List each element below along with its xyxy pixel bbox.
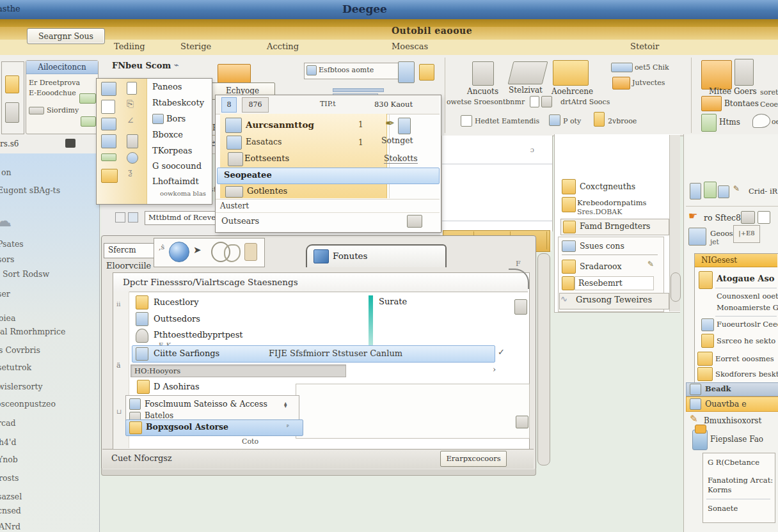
soret-label[interactable]: soret: [760, 88, 778, 97]
printer-icon[interactable]: [5, 102, 19, 123]
dialog-row-outtsedors[interactable]: Outtsedors: [154, 314, 200, 324]
oets-chik-label[interactable]: oet5 Chik: [635, 63, 669, 72]
srosont-label[interactable]: owetse Sroesontbnmr: [447, 98, 528, 106]
strip-icon-table[interactable]: [101, 118, 116, 130]
page-small-icon[interactable]: [530, 96, 539, 107]
subpanel-grid-icon[interactable]: [516, 416, 528, 428]
item-bmux[interactable]: Bmuxhisoxorst: [704, 416, 761, 425]
sidebar-item[interactable]: rosts: [0, 473, 19, 483]
dialog-side-icon[interactable]: [514, 299, 527, 315]
dialog-row-rucestlory[interactable]: Rucestlory: [154, 297, 199, 307]
nav-item-kreb[interactable]: Krebeodornpatims: [577, 198, 647, 207]
sidebar-item[interactable]: sazsel: [0, 492, 22, 501]
list-item-fuoeurtoslr[interactable]: Fuoeurtoslr Ceec: [717, 320, 778, 329]
jutvectes-label[interactable]: Jutvectes: [632, 79, 665, 87]
nav-item-ssues[interactable]: Ssues cons: [580, 241, 624, 251]
tab-accting[interactable]: Accting: [267, 42, 299, 51]
tab-stetoir[interactable]: Stetoir: [630, 42, 659, 51]
ancuots-label[interactable]: Ancuots: [467, 87, 498, 96]
selrow-label[interactable]: Ciitte Sarfiongs: [154, 348, 219, 358]
document-icon[interactable]: [398, 61, 415, 83]
dd-item-eottseents[interactable]: Eottseents: [244, 153, 289, 163]
list-item-eorret[interactable]: Eorret ooosmes: [715, 354, 774, 363]
arrow-icon[interactable]: ➤: [193, 244, 202, 256]
sfercm-box[interactable]: Sfercm: [104, 243, 155, 258]
stelzivat-icon[interactable]: [508, 61, 548, 84]
dialog-row-pthtoestted[interactable]: Pthtoesttedbyprtpest: [154, 330, 243, 340]
tab-moescas[interactable]: Moescas: [392, 42, 428, 51]
sidebar-item[interactable]: al Rmorhmprice: [0, 327, 65, 336]
hedtet-icon[interactable]: [461, 115, 472, 127]
dd-item-seopeatee[interactable]: Seopeatee: [224, 170, 272, 180]
btontaes-label[interactable]: Btontaes: [724, 99, 759, 108]
sidebar-item[interactable]: Eugont sBAg-ts: [0, 185, 60, 195]
stokotts-label[interactable]: Stokotts: [384, 153, 418, 164]
scroll-thumb[interactable]: [671, 272, 681, 302]
ceoett-label[interactable]: Ceoett: [760, 100, 778, 109]
dd-item-austert[interactable]: Austert: [220, 201, 249, 210]
strip-icon-z[interactable]: ∠: [127, 115, 134, 125]
footer-rcbetance[interactable]: G R(Cbetance: [708, 458, 759, 467]
clipboard-icon[interactable]: [701, 114, 717, 132]
open-folder-icon[interactable]: [218, 64, 251, 83]
list-item-monoamierste[interactable]: Monoamierste G: [717, 303, 778, 312]
menu-item-lhoftaimdt[interactable]: Lhoftaimdt: [152, 176, 199, 186]
strip-icon-cabinet[interactable]: [127, 134, 138, 148]
strip-icon-clip[interactable]: ⎘: [127, 98, 134, 109]
list-item-beadk[interactable]: Beadk: [705, 384, 731, 393]
sidebar-item[interactable]: cnsed: [0, 506, 21, 515]
list-item-skodforers[interactable]: Skodforers besktto: [715, 370, 778, 379]
ro-sftec-label[interactable]: ro Sftec8: [704, 213, 741, 223]
strip-icon-page[interactable]: [127, 82, 137, 95]
sidebar-item[interactable]: setutrok: [0, 363, 31, 372]
menu-item-bboxce[interactable]: Bboxce: [152, 130, 183, 139]
menu-item-bors[interactable]: Bors: [166, 114, 186, 123]
menu-item-gsoocound[interactable]: G soocound: [152, 161, 202, 171]
sidebar-item[interactable]: sors: [0, 254, 14, 264]
strip-icon-pie[interactable]: [127, 152, 138, 164]
sidebar-item[interactable]: Ynob: [0, 455, 18, 464]
strip-icon-docs[interactable]: [101, 100, 115, 114]
ribbon-item-siordimy[interactable]: Siordimy: [47, 106, 79, 114]
sidebar-item[interactable]: Psates: [0, 239, 24, 249]
nav-item-rese[interactable]: Resebemrt: [578, 278, 623, 288]
poty-label[interactable]: P oty: [563, 117, 581, 125]
dd-item-outsears[interactable]: Outsears: [221, 216, 259, 226]
sphere-icon[interactable]: [169, 242, 189, 262]
trash-icon[interactable]: [690, 183, 701, 199]
vbrooe-label[interactable]: 2vbrooe: [608, 117, 637, 125]
folder-icon[interactable]: [5, 75, 19, 93]
sidebar-item[interactable]: Sort Rodsw: [3, 269, 49, 279]
footer-sonaete[interactable]: Sonaete: [708, 504, 738, 513]
list-item-ouavtba[interactable]: Ouavtba e: [705, 399, 747, 409]
list-mini-icon[interactable]: [741, 211, 755, 224]
mitee-folder-icon[interactable]: [701, 60, 732, 90]
hedtet-label[interactable]: Hedtet Eamtendis: [475, 117, 539, 125]
tab-sterige[interactable]: Sterige: [180, 42, 211, 51]
dialog-input[interactable]: HO:Hooyors: [131, 364, 346, 377]
htms-label[interactable]: Htms: [719, 118, 740, 127]
sidebar-item[interactable]: s Covrbris: [0, 345, 40, 355]
sidebar-item[interactable]: osceonpustzeo: [0, 399, 56, 409]
menu-item-rtabeskcoty[interactable]: Rtabeskcoty: [152, 98, 204, 107]
nav-item-grus[interactable]: Grusong Teweires: [576, 295, 652, 304]
vertical-scrollbar[interactable]: [537, 253, 550, 465]
tab-tediing[interactable]: Tediing: [114, 42, 145, 51]
cell-876[interactable]: 876: [242, 97, 269, 113]
stelzivat-label[interactable]: Stelzivat: [509, 86, 543, 95]
list-item-ssrceo[interactable]: Ssrceo he sekto: [717, 336, 775, 345]
esfbtoos-box[interactable]: Esfbtoos aomte: [304, 63, 404, 79]
nav-item-srad[interactable]: Sradaroox: [580, 262, 622, 271]
speech-bubble-icon[interactable]: [752, 114, 770, 128]
footer-fanatoting[interactable]: Fanatoting Arcat:: [708, 476, 773, 485]
notes-icon[interactable]: [419, 64, 434, 81]
ribbon-item-dreetprova[interactable]: Er Dreetprova: [29, 79, 97, 87]
ancuots-icon[interactable]: [472, 61, 494, 86]
list-item-counosxenl[interactable]: Counosxenl ooet: [717, 292, 778, 301]
page-mini-icon[interactable]: [758, 211, 770, 224]
item-fiepslase[interactable]: Fiepslase Fao: [710, 435, 763, 444]
strip-icon-folderpair[interactable]: [101, 169, 118, 183]
strip-icon-pc[interactable]: [101, 82, 116, 96]
dialog-row-batelos[interactable]: Batelos: [145, 411, 173, 420]
file-menu-button[interactable]: Seargnr Sous: [27, 28, 105, 44]
